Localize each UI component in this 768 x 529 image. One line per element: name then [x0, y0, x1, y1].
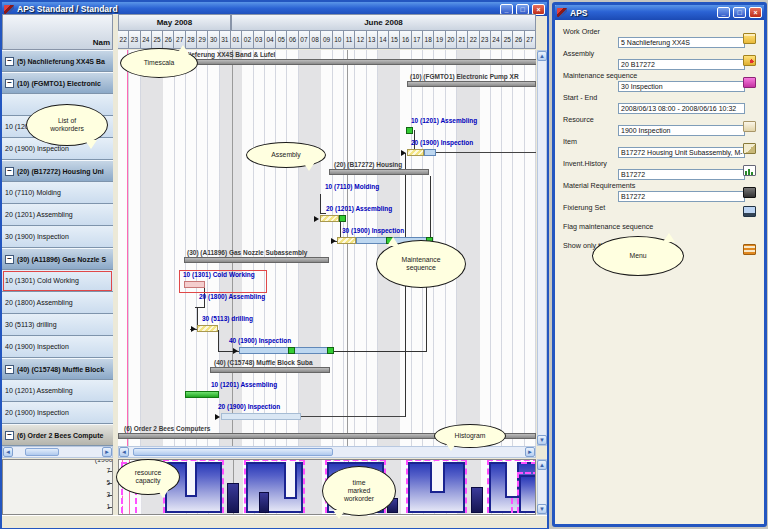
scroll-left-icon[interactable]: ◄ [3, 447, 13, 457]
fixed-marker[interactable] [406, 127, 413, 134]
operation-row[interactable]: 30 (1900) Inspection [2, 226, 113, 248]
timeline-day[interactable]: 10 [333, 30, 344, 49]
marked-load-bar[interactable] [227, 483, 239, 513]
summary-bar[interactable] [407, 81, 536, 87]
maximize-button[interactable]: □ [516, 4, 529, 15]
timeline-day[interactable]: 25 [502, 30, 513, 49]
workorder-folder-icon[interactable] [743, 33, 756, 44]
timeline-day[interactable]: 24 [141, 30, 152, 49]
marked-load-bar[interactable] [471, 487, 483, 513]
timeline-day[interactable]: 27 [525, 30, 536, 49]
close-button[interactable]: × [749, 7, 762, 18]
timeline-day[interactable]: 22 [468, 30, 479, 49]
workorder-group-row[interactable]: −(10) (FGMTO1) Electronic [2, 72, 113, 94]
scroll-down-icon[interactable]: ▼ [537, 435, 547, 445]
item-box-icon[interactable] [743, 143, 756, 154]
close-button[interactable]: × [532, 4, 545, 15]
fixed-marker[interactable] [327, 347, 334, 354]
operation-row[interactable]: 30 (5113) drilling [2, 314, 113, 336]
timeline-day[interactable]: 02 [242, 30, 253, 49]
minimize-button[interactable]: _ [717, 7, 730, 18]
timeline-day[interactable]: 12 [355, 30, 366, 49]
setup-bar[interactable] [337, 237, 356, 244]
operation-row[interactable]: 20 (1900) Inspection [2, 402, 113, 424]
resource-folder-icon[interactable] [743, 121, 756, 132]
scroll-thumb[interactable] [133, 448, 333, 456]
scroll-left-icon[interactable]: ◄ [119, 447, 129, 457]
timeline-day[interactable]: 23 [129, 30, 140, 49]
operation-row[interactable]: 20 (1800) Assembling [2, 292, 113, 314]
collapse-icon[interactable]: − [5, 365, 14, 374]
summary-bar[interactable] [184, 257, 329, 263]
timeline-day[interactable]: 25 [152, 30, 163, 49]
operation-row[interactable]: 10 (7110) Molding [2, 182, 113, 204]
sidebar-hscrollbar[interactable]: ◄ ► [2, 446, 113, 458]
histogram-vscrollbar[interactable]: ▲ ▼ [537, 459, 547, 515]
timeline-day[interactable]: 26 [513, 30, 524, 49]
show-order-grid-icon[interactable] [743, 244, 756, 255]
timeline-day[interactable]: 14 [378, 30, 389, 49]
workorder-group-row[interactable]: −(30) (A11896) Gas Nozzle S [2, 248, 113, 270]
timeline-day[interactable]: 05 [276, 30, 287, 49]
timeline-day[interactable]: 16 [400, 30, 411, 49]
assembly-note-icon[interactable] [743, 55, 756, 66]
timeline-day[interactable]: 01 [231, 30, 242, 49]
timeline-day[interactable]: 18 [423, 30, 434, 49]
timeline-day[interactable]: 23 [480, 30, 491, 49]
timeline-day[interactable]: 21 [457, 30, 468, 49]
collapse-icon[interactable]: − [5, 431, 14, 440]
timeline-day[interactable]: 22 [118, 30, 129, 49]
setup-bar[interactable] [320, 215, 339, 222]
timeline-day[interactable]: 07 [299, 30, 310, 49]
summary-bar[interactable] [160, 59, 536, 65]
timeline-day[interactable]: 03 [254, 30, 265, 49]
workorder-group-row[interactable]: −(6) Order 2 Bees Compute [2, 424, 113, 446]
operation-row[interactable]: 10 (1201) Assembling [2, 380, 113, 402]
timeline-day[interactable]: 11 [344, 30, 355, 49]
collapse-icon[interactable]: − [5, 255, 14, 264]
timeline-day[interactable]: 24 [491, 30, 502, 49]
timeline-day[interactable]: 30 [208, 30, 219, 49]
operation-row[interactable]: 40 (1900) Inspection [2, 336, 113, 358]
task-bar-light[interactable] [221, 413, 301, 420]
scroll-up-icon[interactable]: ▲ [537, 460, 547, 470]
workorder-group-row[interactable]: −(20) (B17272) Housing Uni [2, 160, 113, 182]
fixierung-computer-icon[interactable] [743, 206, 756, 217]
setup-bar[interactable] [197, 325, 218, 332]
maximize-button[interactable]: □ [733, 7, 746, 18]
task-bar[interactable] [424, 149, 436, 156]
minimize-button[interactable]: _ [500, 4, 513, 15]
timeline-day[interactable]: 20 [446, 30, 457, 49]
collapse-icon[interactable]: − [5, 57, 14, 66]
timeline-day[interactable]: 13 [367, 30, 378, 49]
fixed-marker[interactable] [288, 347, 295, 354]
collapse-icon[interactable]: − [5, 167, 14, 176]
timeline-day[interactable]: 08 [310, 30, 321, 49]
material-cart-icon[interactable] [743, 187, 756, 198]
scroll-up-icon[interactable]: ▲ [537, 51, 547, 61]
inventory-history-chart-icon[interactable] [743, 165, 756, 176]
scroll-thumb[interactable] [25, 448, 59, 456]
operation-row[interactable]: 20 (1201) Assembling [2, 204, 113, 226]
summary-bar[interactable] [329, 169, 429, 175]
collapse-icon[interactable]: − [5, 79, 14, 88]
timeline-day[interactable]: 26 [163, 30, 174, 49]
timeline-day[interactable]: 06 [287, 30, 298, 49]
workorder-group-row[interactable]: −(5) Nachlieferung XX4S Ba [2, 50, 113, 72]
scroll-down-icon[interactable]: ▼ [537, 504, 547, 514]
scroll-right-icon[interactable]: ► [102, 447, 112, 457]
workorder-group-row[interactable]: −(40) (C15748) Muffle Block [2, 358, 113, 380]
timeline-day[interactable]: 19 [434, 30, 445, 49]
timeline-day[interactable]: 09 [321, 30, 332, 49]
fixed-task-bar[interactable] [185, 391, 219, 398]
link-line[interactable] [436, 152, 536, 153]
timeline-day[interactable]: 31 [220, 30, 231, 49]
name-column-header[interactable]: Nam [2, 14, 113, 50]
timeline-day[interactable]: 15 [389, 30, 400, 49]
timeline-day[interactable]: 17 [412, 30, 423, 49]
timeline-day[interactable]: 29 [197, 30, 208, 49]
maintenance-folder-icon[interactable] [743, 77, 756, 88]
setup-bar[interactable] [407, 149, 424, 156]
scroll-right-icon[interactable]: ► [525, 447, 535, 457]
fixed-marker[interactable] [339, 215, 346, 222]
